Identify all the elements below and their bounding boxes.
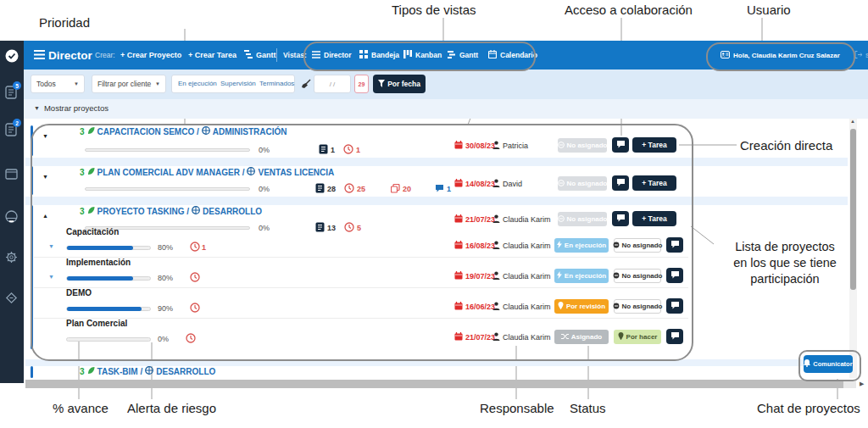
annotation-tipos-de-vistas: Tipos de vistas (392, 3, 476, 17)
tab-supervision[interactable]: Supervisión (220, 80, 256, 87)
caret-down-icon: ▼ (34, 105, 40, 111)
sidebar-badge: 5 (13, 81, 21, 90)
crear-tarea-button[interactable]: + Crear Tarea (188, 41, 236, 69)
annotation-responsable: Responsable (480, 401, 554, 415)
project-name-row[interactable]: 3 TASK-BIM / DESARROLLO (80, 366, 215, 376)
comunicator-button[interactable]: Comunicator (804, 355, 853, 373)
globe-icon[interactable] (5, 210, 18, 226)
date-input[interactable]: / / (314, 75, 351, 93)
calendar-icon: 29 (359, 81, 365, 87)
gantt-button[interactable]: Gantt (244, 41, 276, 69)
scroll-right-arrow[interactable]: ▶ (860, 381, 864, 387)
user-outline (706, 42, 855, 71)
todos-select[interactable]: Todos ▼ (31, 75, 85, 93)
horizontal-scrollbar-thumb[interactable] (25, 380, 843, 388)
window-icon[interactable] (5, 168, 18, 183)
scroll-up-arrow[interactable]: ▲ (850, 119, 855, 124)
project-list-outline (31, 124, 693, 361)
app-title: Director (48, 49, 92, 62)
annotation-prioridad: Prioridad (39, 15, 90, 30)
annotation-lista-proyectos: Lista de proyectos en los que se tiene p… (710, 239, 860, 287)
vertical-scrollbar-thumb[interactable] (850, 129, 856, 290)
gear-icon[interactable] (5, 251, 18, 267)
tab-terminados[interactable]: Terminados (259, 80, 294, 87)
mostrar-proyectos-toggle[interactable]: ▼ Mostrar proyectos (34, 103, 108, 113)
priority-number: 3 (80, 367, 85, 376)
bell-icon (804, 359, 810, 369)
project-category: DESARROLLO (156, 367, 215, 376)
chevron-down-icon: ▼ (155, 81, 160, 86)
annotation-alerta-riesgo: Alerta de riesgo (127, 401, 216, 415)
views-group-outline (303, 42, 536, 71)
project-accent-bar (31, 366, 33, 378)
journal-icon[interactable]: 5 (5, 85, 18, 103)
broom-icon[interactable] (300, 78, 311, 93)
header-divider (276, 48, 277, 62)
app-logo[interactable]: Director (34, 41, 92, 69)
calendar-picker[interactable]: 29 (354, 75, 369, 93)
annotation-avance: % avance (53, 401, 108, 415)
check-circle-icon[interactable] (5, 49, 19, 66)
leaf-icon (87, 366, 95, 376)
menu-icon (34, 50, 45, 61)
journal-icon[interactable]: 2 (5, 122, 18, 140)
annotation-chat-proyectos: Chat de proyectos (757, 401, 860, 415)
crear-proyecto-button[interactable]: + Crear Proyecto (120, 41, 181, 69)
logout-button[interactable]: Salir (854, 41, 868, 69)
filter-icon (378, 80, 385, 89)
project-name: TASK-BIM / (97, 367, 143, 376)
crear-label: Crear: (95, 41, 115, 69)
por-fecha-button[interactable]: Por fecha (373, 75, 426, 93)
annotation-usuario: Usuario (747, 3, 791, 17)
annotation-acceso-colaboracion: Acceso a colaboración (565, 3, 693, 17)
tab-en-ejecucion[interactable]: En ejecución (178, 80, 217, 87)
app-sidebar: 5 2 (0, 41, 24, 383)
projects-toggle-strip: ▼ Mostrar proyectos (24, 99, 868, 119)
diamond-icon[interactable] (5, 292, 18, 308)
sidebar-badge: 2 (13, 119, 21, 127)
exit-icon (854, 51, 862, 60)
filter-bar: Todos ▼ Filtrar por cliente ▼ En ejecuci… (24, 69, 868, 99)
gantt-icon (244, 50, 253, 60)
globe-icon (145, 366, 153, 376)
chevron-down-icon: ▼ (74, 81, 79, 86)
annotation-creacion-directa: Creación directa (740, 138, 832, 153)
annotation-status: Status (570, 401, 606, 415)
filtrar-por-cliente-select[interactable]: Filtrar por cliente ▼ (92, 75, 166, 93)
annotated-screenshot: Prioridad Tipos de vistas Acceso a colab… (0, 0, 868, 428)
